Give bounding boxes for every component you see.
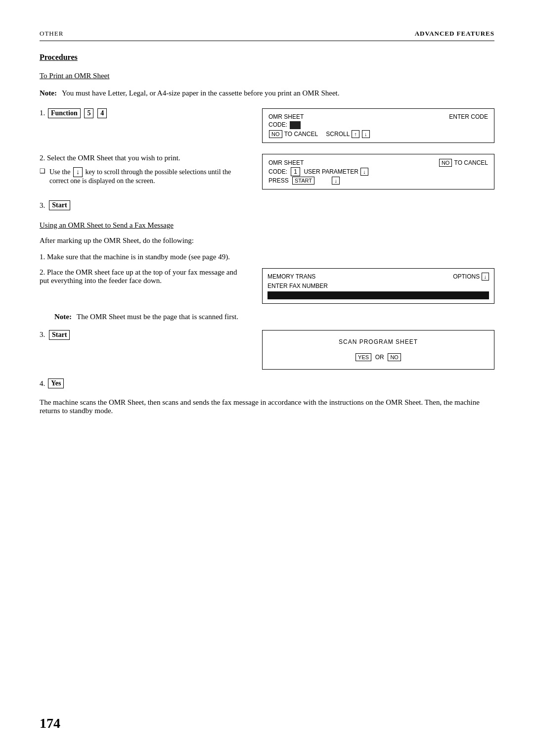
step1-number: 1. Function 5 4 [40,109,108,117]
options-arrow: ↓ [482,273,490,281]
display1-row1-right: ENTER CODE [373,113,489,121]
display-box-1: OMR SHEET ENTER CODE CODE: NO TO CA [262,108,494,143]
display2-row1-left: OMR SHEET [267,158,360,167]
note-text: You must have Letter, Legal, or A4-size … [62,89,339,97]
step2-row: 2. Select the OMR Sheet that you wish to… [40,154,494,189]
display2-num: 1 [291,167,300,176]
step2-left: 2. Select the OMR Sheet that you wish to… [40,154,247,185]
yes-key[interactable]: Yes [48,378,64,388]
display1-code-input [290,121,301,129]
note2-text: The OMR Sheet must be the page that is s… [77,313,238,321]
display2-press: PRESS [268,177,289,184]
section1-title: To Print an OMR Sheet [40,72,494,80]
step3b-display: SCAN PROGRAM SHEET YES OR NO [262,330,494,370]
step2-display: OMR SHEET NO TO CANCEL CODE: 1 USER PARA… [262,154,494,189]
note-block: Note: You must have Letter, Legal, or A4… [40,89,494,97]
item2-row: 2. Place the OMR sheet face up at the to… [40,268,494,304]
sub-bullet: ❑ Use the ↓ key to scroll through the po… [40,167,247,185]
page-header: OTHER ADVANCED FEATURES [40,30,494,41]
item1: 1. Make sure that the machine is in stan… [40,253,494,261]
memory-trans: MEMORY TRANS [267,273,315,280]
scan-options: YES OR NO [267,353,489,361]
key5[interactable]: 5 [84,108,93,118]
item2-text: 2. Place the OMR sheet face up at the to… [40,268,247,285]
display1-code-label: CODE: [268,121,287,128]
section2-title: Using an OMR Sheet to Send a Fax Message [40,221,494,230]
scan-title: SCAN PROGRAM SHEET [267,338,489,345]
step4-number: 4. [40,379,45,388]
item2-display: MEMORY TRANS OPTIONS ↓ ENTER FAX NUMBER [262,268,494,304]
start-key-2[interactable]: Start [49,330,70,340]
display2-cancel: TO CANCEL [454,159,488,166]
note2-label: Note: [54,313,72,321]
page-number: 174 [40,715,60,731]
scroll-down-key[interactable]: ↓ [73,167,83,177]
display1-cancel: TO CANCEL [284,131,318,138]
step1-display: OMR SHEET ENTER CODE CODE: NO TO CA [262,108,494,143]
no-btn: NO [388,353,401,361]
note-label: Note: [40,89,57,97]
step3b-number: 3. [40,331,45,338]
step2-text: 2. Select the OMR Sheet that you wish to… [40,154,247,162]
header-right: ADVANCED FEATURES [415,30,494,38]
display1-arrow-down: ↓ [362,130,370,138]
display2-code: CODE: [268,168,287,175]
display1-scroll: SCROLL [326,131,350,138]
step3b-left: 3. Start [40,330,247,340]
display1-no-btn: NO [269,130,282,138]
scan-display: SCAN PROGRAM SHEET YES OR NO [262,330,494,370]
sub-bullet-text: Use the ↓ key to scroll through the poss… [49,167,247,185]
final-text: The machine scans the OMR Sheet, then sc… [40,398,494,415]
step3b-row: 3. Start SCAN PROGRAM SHEET YES OR NO [40,330,494,370]
procedures-title: Procedures [40,53,494,62]
start-key-1[interactable]: Start [49,200,70,210]
page: OTHER ADVANCED FEATURES Procedures To Pr… [0,0,534,756]
display2-param: USER PARAMETER [304,168,358,175]
step1-row: 1. Function 5 4 OMR SHEET ENTER CODE COD… [40,108,494,143]
key4[interactable]: 4 [97,108,107,118]
section2: Using an OMR Sheet to Send a Fax Message… [40,221,494,415]
memory-options: OPTIONS [453,273,480,280]
enter-fax: ENTER FAX NUMBER [267,283,328,289]
step4-row: 4. Yes [40,378,494,388]
display2-arrow: ↓ [360,168,368,176]
yes-btn: YES [356,353,371,361]
memory-display: MEMORY TRANS OPTIONS ↓ ENTER FAX NUMBER [262,268,494,304]
function-key[interactable]: Function [48,108,81,118]
item2-left: 2. Place the OMR sheet face up at the to… [40,268,247,285]
step3-number: 3. [40,201,45,210]
step3-row: 3. Start [40,200,494,210]
fax-number-input-bar [267,291,489,299]
display-box-2: OMR SHEET NO TO CANCEL CODE: 1 USER PARA… [262,154,494,189]
display2-no-btn: NO [439,159,452,167]
note2-block: Note: The OMR Sheet must be the page tha… [54,313,494,321]
display2-start-btn: START [292,177,314,185]
display2-arrow2: ↓ [332,177,340,185]
display1-arrow-up: ↑ [352,130,359,138]
sub-bullet-icon: ❑ [40,167,45,185]
display1-row1-left: OMR SHEET [267,113,373,121]
header-left: OTHER [40,30,63,38]
after-text: After marking up the OMR Sheet, do the f… [40,236,494,245]
step1-left: 1. Function 5 4 [40,108,247,118]
